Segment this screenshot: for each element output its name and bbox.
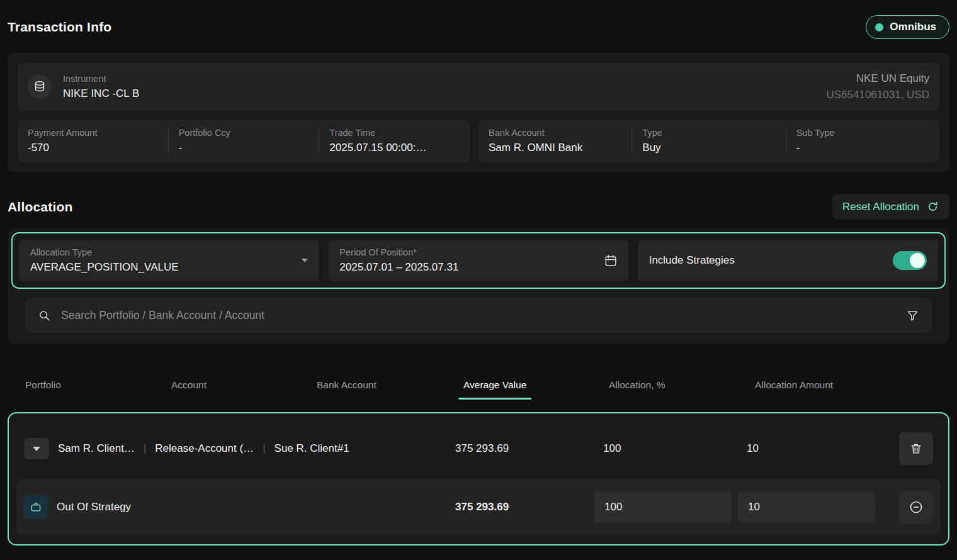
chevron-down-icon	[302, 259, 308, 262]
calendar-icon[interactable]	[604, 254, 618, 267]
period-of-position-field[interactable]: Period Of Position* 2025.07.01 – 2025.07…	[328, 240, 628, 281]
allocation-type-texts: Allocation Type AVERAGE_POSITION_VALUE	[30, 247, 179, 274]
allocation-title: Allocation	[8, 199, 73, 215]
header-account[interactable]: Account	[171, 379, 207, 391]
omnibus-badge-label: Omnibus	[890, 21, 936, 33]
row-info: Sam R. Client… | Release-Account (… | Su…	[24, 438, 455, 459]
transaction-fields-right: Bank Account Sam R. OMNI Bank Type Buy S…	[479, 120, 939, 162]
strategy-row: Out Of Strategy 375 293.69	[16, 479, 941, 535]
delete-row-button[interactable]	[899, 432, 933, 465]
instrument-identifiers: NKE UN Equity US6541061031, USD	[826, 72, 929, 101]
header-bank-account[interactable]: Bank Account	[317, 379, 377, 391]
row-average-value: 375 293.69	[455, 442, 603, 455]
table-header-row: Portfolio Account Bank Account Average V…	[25, 379, 949, 391]
refresh-icon	[926, 200, 939, 213]
chevron-down-icon	[33, 447, 40, 451]
toggle-knob	[910, 253, 925, 268]
filter-icon[interactable]	[906, 309, 919, 322]
period-label: Period Of Position*	[339, 247, 458, 258]
header-allocation-pct[interactable]: Allocation, %	[609, 379, 665, 391]
header-allocation-amount[interactable]: Allocation Amount	[755, 379, 833, 391]
transaction-card: Instrument NIKE INC -CL B NKE UN Equity …	[8, 53, 949, 172]
instrument-isin-currency: US6541061031, USD	[826, 89, 929, 101]
include-strategies-toggle[interactable]	[893, 251, 927, 270]
coins-icon	[28, 75, 52, 99]
allocation-type-select[interactable]: Allocation Type AVERAGE_POSITION_VALUE	[19, 240, 319, 281]
divider: |	[144, 442, 146, 455]
omnibus-badge[interactable]: Omnibus	[866, 15, 949, 39]
reset-allocation-label: Reset Allocation	[842, 201, 919, 213]
allocation-card: Allocation Type AVERAGE_POSITION_VALUE P…	[8, 228, 949, 344]
allocation-section-header: Allocation Reset Allocation	[8, 194, 949, 220]
allocation-table: Sam R. Client… | Release-Account (… | Su…	[8, 412, 949, 546]
allocation-page: Transaction Info Omnibus Instrument NIKE…	[0, 0, 957, 546]
allocation-amount-input[interactable]	[738, 492, 875, 522]
field-portfolio-ccy: Portfolio Ccy -	[168, 128, 319, 154]
instrument-value: NIKE INC -CL B	[63, 87, 139, 100]
instrument-ticker: NKE UN Equity	[826, 72, 929, 85]
instrument-main: Instrument NIKE INC -CL B	[63, 74, 139, 100]
transaction-fields-left: Payment Amount -570 Portfolio Ccy - Trad…	[18, 120, 470, 162]
instrument-row: Instrument NIKE INC -CL B NKE UN Equity …	[18, 63, 939, 111]
allocation-pct-input[interactable]	[594, 492, 732, 522]
search-icon	[38, 309, 51, 322]
search-input[interactable]	[61, 309, 896, 322]
transaction-fields-row: Payment Amount -570 Portfolio Ccy - Trad…	[18, 120, 939, 162]
divider: |	[263, 442, 265, 455]
page-title: Transaction Info	[8, 20, 111, 35]
remove-strategy-button[interactable]	[899, 491, 933, 524]
trash-icon	[909, 442, 923, 456]
row-portfolio: Sam R. Client…	[58, 442, 135, 455]
strategy-amount-cell	[747, 492, 890, 522]
briefcase-icon	[24, 495, 48, 519]
transaction-info-header: Transaction Info Omnibus	[8, 15, 949, 39]
header-average-value[interactable]: Average Value	[463, 379, 526, 391]
row-allocation-pct: 100	[603, 442, 747, 455]
field-trade-time: Trade Time 2025.07.15 00:00:…	[319, 128, 470, 154]
field-bank-account: Bank Account Sam R. OMNI Bank	[479, 128, 631, 154]
strategy-row-info: Out Of Strategy	[24, 495, 455, 519]
strategy-label: Out Of Strategy	[57, 501, 131, 513]
row-allocation-amount: 10	[747, 442, 890, 455]
include-strategies-control: Include Strategies	[638, 240, 938, 281]
strategy-pct-cell	[603, 492, 747, 522]
row-account: Release-Account (…	[155, 442, 254, 455]
instrument-label: Instrument	[63, 74, 139, 84]
period-texts: Period Of Position* 2025.07.01 – 2025.07…	[339, 247, 458, 274]
allocation-type-label: Allocation Type	[30, 247, 179, 258]
include-strategies-label: Include Strategies	[649, 254, 735, 267]
field-payment-amount: Payment Amount -570	[18, 128, 168, 154]
table-row: Sam R. Client… | Release-Account (… | Su…	[16, 422, 941, 475]
allocation-type-value: AVERAGE_POSITION_VALUE	[30, 261, 179, 274]
omnibus-status-dot	[875, 23, 883, 31]
reset-allocation-button[interactable]: Reset Allocation	[832, 194, 949, 220]
row-bank-account: Sue R. Client#1	[275, 442, 349, 455]
minus-circle-icon	[909, 500, 924, 515]
search-bar[interactable]	[25, 298, 932, 333]
header-portfolio[interactable]: Portfolio	[25, 379, 61, 391]
period-value: 2025.07.01 – 2025.07.31	[339, 261, 458, 274]
expand-row-button[interactable]	[24, 438, 49, 459]
field-sub-type: Sub Type -	[786, 128, 939, 154]
strategy-average-value: 375 293.69	[455, 501, 603, 513]
field-type: Type Buy	[631, 128, 785, 154]
allocation-controls: Allocation Type AVERAGE_POSITION_VALUE P…	[11, 232, 946, 289]
